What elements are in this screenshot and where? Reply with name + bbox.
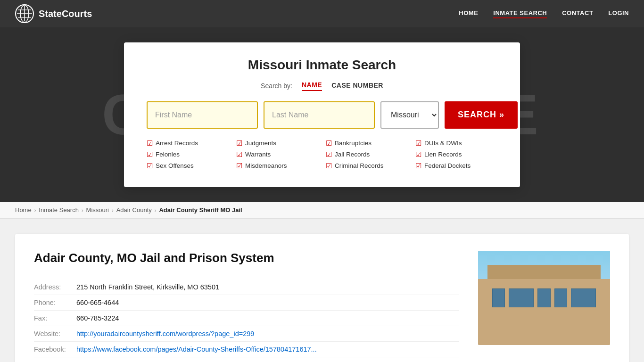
tab-name[interactable]: NAME [302,81,322,91]
content-area: Adair County, MO Jail and Prison System … [0,219,644,362]
info-label: Address: [34,280,76,295]
breadcrumb-link[interactable]: Inmate Search [39,206,79,214]
breadcrumb-chevron: › [112,207,114,213]
navbar: StateCourts HOME INMATE SEARCH CONTACT L… [0,0,644,27]
breadcrumb-link[interactable]: Home [15,206,32,214]
breadcrumb: Home›Inmate Search›Missouri›Adair County… [0,202,644,219]
info-row: Phone:660-665-4644 [34,295,459,311]
check-item: ☑DUIs & DWIs [415,139,497,148]
page-title: Adair County, MO Jail and Prison System [34,251,459,265]
content-card: Adair County, MO Jail and Prison System … [15,234,629,362]
hero-section: COURTHOUSE Missouri Inmate Search Search… [0,27,644,202]
state-select[interactable]: Missouri Alabama Alaska Arizona Arkansas… [380,101,439,129]
check-item: ☑Bankruptcies [326,139,408,148]
info-label: Fax: [34,311,76,326]
search-card: Missouri Inmate Search Search by: NAME C… [124,42,520,187]
check-item: ☑Felonies [147,150,229,159]
check-icon: ☑ [236,139,242,148]
check-icon: ☑ [415,150,421,159]
check-icon: ☑ [415,139,421,148]
info-link[interactable]: https://www.facebook.com/pages/Adair-Cou… [76,346,317,353]
content-right [478,251,610,357]
info-value: 660-665-4644 [76,295,459,311]
info-label: Facebook: [34,342,76,357]
nav-contact[interactable]: CONTACT [562,9,593,18]
check-icon: ☑ [326,139,332,148]
site-logo[interactable]: StateCourts [15,4,92,23]
tab-case-number[interactable]: CASE NUMBER [331,82,383,90]
info-table: Address:215 North Franklin Street, Kirks… [34,280,459,357]
breadcrumb-chevron: › [155,207,157,213]
check-item: ☑Judgments [236,139,318,148]
checklist-grid: ☑Arrest Records☑Judgments☑Bankruptcies☑D… [147,139,497,170]
check-item: ☑Criminal Records [326,162,408,170]
nav-inmate-search[interactable]: INMATE SEARCH [493,9,547,18]
breadcrumb-current: Adair County Sheriff MO Jail [159,206,242,214]
nav-home[interactable]: HOME [459,9,478,18]
content-left: Adair County, MO Jail and Prison System … [34,251,459,357]
check-icon: ☑ [147,139,153,148]
check-item: ☑Jail Records [326,150,408,159]
breadcrumb-link[interactable]: Missouri [86,206,109,214]
check-item: ☑Misdemeanors [236,162,318,170]
info-value[interactable]: http://youradaircountysheriff.com/wordpr… [76,326,459,342]
search-card-title: Missouri Inmate Search [147,58,497,73]
search-button[interactable]: SEARCH » [445,101,518,129]
check-icon: ☑ [415,162,421,170]
check-icon: ☑ [236,150,242,159]
info-row: Fax:660-785-3224 [34,311,459,326]
first-name-input[interactable] [147,101,258,129]
last-name-input[interactable] [264,101,375,129]
info-row: Website:http://youradaircountysheriff.co… [34,326,459,342]
info-row: Facebook:https://www.facebook.com/pages/… [34,342,459,357]
nav-links: HOME INMATE SEARCH CONTACT LOGIN [459,9,629,18]
check-item: ☑Warrants [236,150,318,159]
search-inputs-row: Missouri Alabama Alaska Arizona Arkansas… [147,101,497,129]
info-link[interactable]: http://youradaircountysheriff.com/wordpr… [76,330,254,337]
breadcrumb-link[interactable]: Adair County [116,206,152,214]
info-value: 215 North Franklin Street, Kirksville, M… [76,280,459,295]
check-icon: ☑ [147,162,153,170]
check-item: ☑Lien Records [415,150,497,159]
info-label: Phone: [34,295,76,311]
info-value: 660-785-3224 [76,311,459,326]
search-by-row: Search by: NAME CASE NUMBER [147,81,497,91]
check-icon: ☑ [147,150,153,159]
info-label: Website: [34,326,76,342]
info-value[interactable]: https://www.facebook.com/pages/Adair-Cou… [76,342,459,357]
breadcrumb-chevron: › [34,207,36,213]
check-icon: ☑ [326,162,332,170]
check-icon: ☑ [236,162,242,170]
jail-image [478,251,610,345]
logo-text: StateCourts [39,8,92,19]
info-row: Address:215 North Franklin Street, Kirks… [34,280,459,295]
check-item: ☑Sex Offenses [147,162,229,170]
check-item: ☑Federal Dockets [415,162,497,170]
nav-login[interactable]: LOGIN [608,9,629,18]
check-item: ☑Arrest Records [147,139,229,148]
breadcrumb-chevron: › [82,207,83,213]
search-by-label: Search by: [261,82,292,90]
check-icon: ☑ [326,150,332,159]
